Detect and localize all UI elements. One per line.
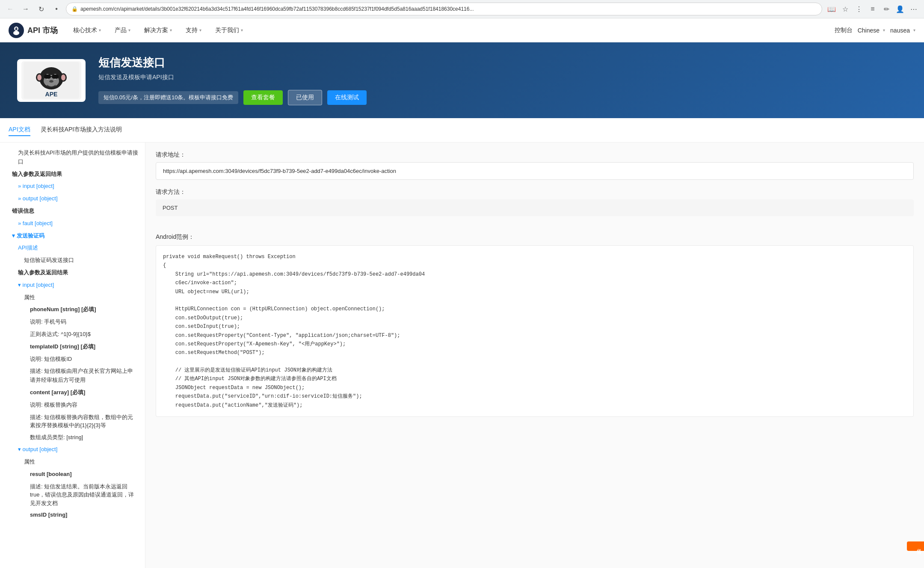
hero-banner: APE 短信发送接口 短信发送及模板申请API接口 短信0.05元/条，注册即赠… bbox=[0, 42, 924, 118]
svg-point-3 bbox=[15, 27, 18, 30]
nav-arrow-solution: ▾ bbox=[170, 28, 172, 33]
more-options-btn[interactable]: ⋯ bbox=[908, 3, 920, 15]
tree-item-api-desc[interactable]: API描述 bbox=[0, 242, 145, 254]
nav-items: 核心技术 ▾ 产品 ▾ 解决方案 ▾ 支持 ▾ 关于我们 ▾ bbox=[66, 18, 835, 42]
svg-rect-16 bbox=[52, 74, 59, 79]
hero-logo: APE bbox=[17, 59, 86, 102]
browser-actions: 📖 ☆ ⋮ ≡ ✏ 👤 ⋯ bbox=[826, 3, 920, 15]
tree-item-phonenum: phoneNum [string] [必填] bbox=[0, 303, 145, 316]
tree-item-templateid-desc: 说明: 短信模板ID bbox=[0, 353, 145, 366]
profile-icon-btn[interactable]: 👤 bbox=[894, 3, 906, 15]
tree-item-output-expand[interactable]: ▾ output [object] bbox=[0, 443, 145, 456]
request-url-label: 请求地址： bbox=[156, 151, 914, 159]
tree-item-templateid: templateID [string] [必填] bbox=[0, 341, 145, 353]
tree-item-output-attrs: 属性 bbox=[0, 456, 145, 468]
nav-item-product[interactable]: 产品 ▾ bbox=[108, 18, 137, 42]
right-panel: 请求地址： https://api.apemesh.com:3049/devic… bbox=[145, 143, 924, 568]
float-button[interactable]: 亿速云 bbox=[907, 541, 924, 551]
tab-access-guide[interactable]: 灵长科技API市场接入方法说明 bbox=[41, 124, 122, 136]
nav-label-support: 支持 bbox=[186, 27, 198, 34]
request-url-value: https://api.apemesh.com:3049/devices/f5d… bbox=[156, 162, 914, 180]
hero-actions: 短信0.05元/条，注册即赠送10条。模板申请接口免费 查看套餐 已使用 在线测… bbox=[98, 90, 907, 105]
nav-label-about: 关于我们 bbox=[215, 27, 239, 34]
tree-item-input[interactable]: » input [object] bbox=[0, 180, 145, 193]
user-arrow-icon: ▾ bbox=[913, 28, 915, 33]
svg-rect-15 bbox=[44, 74, 51, 79]
settings-icon-btn[interactable]: ≡ bbox=[867, 3, 879, 15]
tree-item-template-desc: 为灵长科技API市场的用户提供的短信模板申请接口 bbox=[0, 147, 145, 168]
nav-label-solution: 解决方案 bbox=[144, 27, 168, 34]
hero-subtitle: 短信发送及模板申请API接口 bbox=[98, 74, 907, 81]
tab-api-doc[interactable]: API文档 bbox=[9, 124, 30, 136]
code-block: private void makeRequest() throws Except… bbox=[156, 245, 914, 417]
refresh-button[interactable]: ↻ bbox=[35, 3, 47, 15]
logo-text: API 市场 bbox=[27, 25, 58, 36]
tree-item-fault[interactable]: » fault [object] bbox=[0, 217, 145, 230]
request-method-label: 请求方法： bbox=[156, 188, 914, 196]
tree-item-send-verify[interactable]: ▾ 发送验证码 bbox=[0, 230, 145, 242]
request-method-wrapper: POST bbox=[156, 199, 914, 225]
address-bar[interactable]: 🔒 apemesh.com/cn/apimarket/details/3b001… bbox=[66, 3, 822, 15]
tree-item-error: 错误信息 bbox=[0, 205, 145, 217]
tree-item-input-expand[interactable]: ▾ input [object] bbox=[0, 279, 145, 291]
svg-point-2 bbox=[13, 31, 19, 35]
nav-console[interactable]: 控制台 bbox=[835, 27, 853, 34]
tree-item-templateid-detail: 描述: 短信模板由用户在灵长官方网站上申请并经审核后方可使用 bbox=[0, 365, 145, 387]
hero-tag-text: 短信0.05元/条，注册即赠送10条。模板申请接口免费 bbox=[98, 91, 238, 104]
already-used-button[interactable]: 已使用 bbox=[288, 90, 322, 105]
browser-toolbar: ← → ↻ • 🔒 apemesh.com/cn/apimarket/detai… bbox=[0, 0, 924, 18]
site-logo: API 市场 bbox=[9, 23, 58, 38]
site-nav: API 市场 核心技术 ▾ 产品 ▾ 解决方案 ▾ 支持 ▾ 关于我们 ▾ 控制… bbox=[0, 18, 924, 42]
tree-item-phonenum-regex: 正则表达式: ^1[0-9]{10}$ bbox=[0, 328, 145, 341]
tree-item-result-desc: 描述: 短信发送结果。当前版本永远返回true，错误信息及原因由错误通道返回，详… bbox=[0, 481, 145, 509]
tree-item-output[interactable]: » output [object] bbox=[0, 193, 145, 205]
tree-item-api-desc-text: 短信验证码发送接口 bbox=[0, 254, 145, 267]
android-example-label: Android范例： bbox=[156, 233, 914, 241]
hero-logo-inner: APE bbox=[21, 61, 81, 100]
left-panel: 为灵长科技API市场的用户提供的短信模板申请接口 输入参数及返回结果 » inp… bbox=[0, 143, 145, 568]
tree-item-content-desc: 说明: 模板替换内容 bbox=[0, 399, 145, 411]
tree-item-content-detail: 描述: 短信模板替换内容数组，数组中的元素按序替换模板中的{1}{2}{3}等 bbox=[0, 411, 145, 431]
back-button[interactable]: ← bbox=[4, 3, 16, 15]
tree-item-input-params: 输入参数及返回结果 bbox=[0, 267, 145, 279]
nav-user[interactable]: nausea ▾ bbox=[890, 27, 915, 34]
nav-arrow-core: ▾ bbox=[99, 28, 101, 33]
online-test-button[interactable]: 在线测试 bbox=[327, 90, 367, 105]
address-url: apemesh.com/cn/apimarket/details/3b001e3… bbox=[80, 6, 817, 12]
check-package-button[interactable]: 查看套餐 bbox=[243, 90, 283, 105]
nav-item-support[interactable]: 支持 ▾ bbox=[179, 18, 208, 42]
svg-point-4 bbox=[15, 28, 16, 29]
bookmark-button[interactable]: ☆ bbox=[839, 3, 851, 15]
language-arrow-icon: ▾ bbox=[883, 28, 885, 33]
svg-point-9 bbox=[37, 74, 41, 80]
lock-icon: 🔒 bbox=[71, 6, 78, 12]
nav-item-about[interactable]: 关于我们 ▾ bbox=[208, 18, 250, 42]
request-method-value: POST bbox=[156, 199, 914, 216]
nav-label-core: 核心技术 bbox=[73, 27, 97, 34]
logo-icon bbox=[9, 23, 24, 38]
nav-right: 控制台 Chinese ▾ nausea ▾ bbox=[835, 27, 915, 34]
reader-mode-button[interactable]: 📖 bbox=[826, 3, 838, 15]
tree-item-result: result [boolean] bbox=[0, 468, 145, 481]
nav-language[interactable]: Chinese ▾ bbox=[858, 27, 885, 34]
forward-button[interactable]: → bbox=[20, 3, 32, 15]
nav-arrow-about: ▾ bbox=[241, 28, 243, 33]
tree-item-content-type: 数组成员类型: [string] bbox=[0, 431, 145, 444]
doc-tabs: API文档 灵长科技API市场接入方法说明 bbox=[0, 118, 924, 143]
svg-point-18 bbox=[49, 80, 53, 83]
hero-ape-svg: APE bbox=[24, 62, 79, 98]
nav-arrow-support: ▾ bbox=[199, 28, 201, 33]
svg-point-5 bbox=[17, 28, 18, 29]
edit-icon-btn[interactable]: ✏ bbox=[880, 3, 892, 15]
svg-text:APE: APE bbox=[45, 91, 58, 98]
home-button[interactable]: • bbox=[50, 3, 62, 15]
nav-item-solution[interactable]: 解决方案 ▾ bbox=[137, 18, 179, 42]
nav-item-core[interactable]: 核心技术 ▾ bbox=[66, 18, 108, 42]
browser-chrome: ← → ↻ • 🔒 apemesh.com/cn/apimarket/detai… bbox=[0, 0, 924, 18]
tree-item-phonenum-desc: 说明: 手机号码 bbox=[0, 316, 145, 328]
hero-title: 短信发送接口 bbox=[98, 55, 907, 70]
menu-dots-button[interactable]: ⋮ bbox=[853, 3, 865, 15]
tree-item-smsid: smsID [string] bbox=[0, 509, 145, 521]
tree-item-content: content [array] [必填] bbox=[0, 387, 145, 399]
hero-content: 短信发送接口 短信发送及模板申请API接口 短信0.05元/条，注册即赠送10条… bbox=[98, 55, 907, 105]
